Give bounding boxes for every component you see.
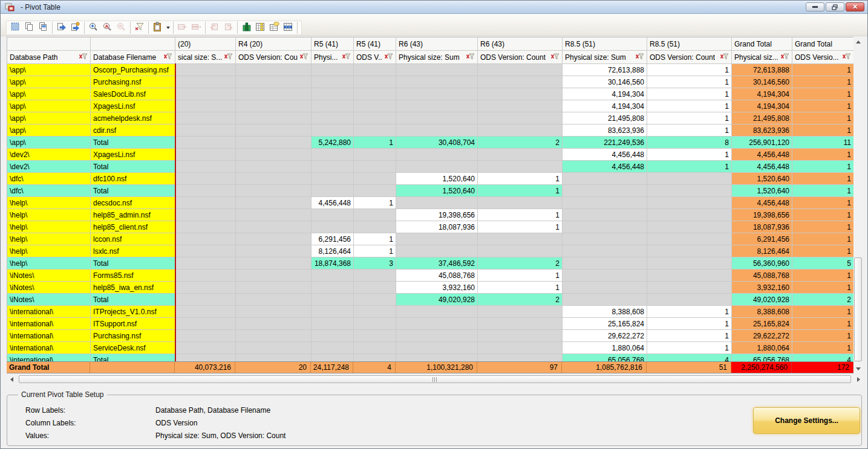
cell-value[interactable] — [396, 354, 478, 362]
column-header-filename[interactable]: Database Filename — [91, 51, 175, 64]
cell-value[interactable] — [354, 318, 396, 330]
close-button[interactable]: ✕ — [846, 2, 864, 11]
cell-value[interactable] — [175, 185, 236, 197]
cell-value[interactable] — [312, 221, 354, 233]
zoom-in-button[interactable] — [86, 21, 100, 34]
column-header-r5_count[interactable]: ODS V... — [354, 51, 396, 64]
cell-database-filename[interactable]: Total — [91, 161, 175, 173]
column-header-r4_count[interactable]: ODS Version: Cou... — [236, 51, 312, 64]
cell-value[interactable]: 1 — [647, 330, 732, 342]
cell-value[interactable]: 1 — [792, 185, 854, 197]
cell-database-filename[interactable]: Purchasing.nsf — [91, 76, 175, 88]
cell-value[interactable]: 4,194,304 — [563, 88, 647, 100]
cell-value[interactable]: 1 — [792, 318, 854, 330]
cell-value[interactable]: 4 — [792, 354, 854, 362]
cell-database-path[interactable]: \international\ — [7, 354, 91, 362]
cell-value[interactable]: 1 — [478, 173, 563, 185]
grand-total-cell[interactable]: 24,117,248 — [311, 362, 353, 373]
cell-value[interactable] — [236, 161, 312, 173]
cell-value[interactable]: 8,126,464 — [312, 245, 354, 257]
clear-filter-icon[interactable] — [79, 53, 88, 62]
cell-value[interactable] — [175, 342, 236, 354]
cell-value[interactable] — [175, 88, 236, 100]
cell-value[interactable] — [478, 76, 563, 88]
cell-value[interactable] — [236, 342, 312, 354]
cell-value[interactable] — [478, 330, 563, 342]
cell-value[interactable] — [478, 245, 563, 257]
cell-database-path[interactable]: \international\ — [7, 342, 91, 354]
cell-database-filename[interactable]: SalesDocLib.nsf — [91, 88, 175, 100]
cell-value[interactable]: 1 — [647, 100, 732, 112]
cell-value[interactable] — [312, 88, 354, 100]
cell-database-path[interactable]: \help\ — [7, 245, 91, 257]
cell-value[interactable] — [396, 342, 478, 354]
maximize-button[interactable] — [826, 2, 844, 11]
cell-database-path[interactable]: \iNotes\ — [7, 294, 91, 306]
export-button[interactable] — [54, 21, 68, 34]
cell-value[interactable] — [647, 257, 732, 270]
cell-value[interactable] — [236, 100, 312, 112]
column-header-path[interactable]: Database Path — [7, 51, 91, 64]
cell-database-path[interactable]: \dev2\ — [7, 161, 91, 173]
cell-value[interactable] — [478, 233, 563, 245]
horizontal-scrollbar[interactable] — [7, 375, 863, 384]
cell-value[interactable] — [312, 209, 354, 221]
cell-value[interactable]: 18,087,936 — [732, 221, 792, 233]
cell-value[interactable] — [396, 197, 478, 209]
cell-value[interactable] — [354, 173, 396, 185]
cell-value[interactable] — [175, 257, 236, 270]
cell-value[interactable] — [312, 161, 354, 173]
clear-filter-icon[interactable] — [224, 53, 233, 62]
cell-value[interactable] — [396, 245, 478, 257]
clear-filter-icon[interactable] — [299, 53, 308, 62]
cell-value[interactable]: 4,456,448 — [563, 149, 647, 161]
cell-value[interactable] — [236, 354, 312, 362]
clear-filter-icon[interactable] — [384, 53, 393, 62]
cell-value[interactable] — [236, 270, 312, 282]
cell-value[interactable]: 1 — [478, 270, 563, 282]
clear-filter-icon[interactable] — [780, 53, 789, 62]
cell-value[interactable] — [563, 173, 647, 185]
cell-value[interactable] — [175, 161, 236, 173]
cell-value[interactable]: 65,056,768 — [563, 354, 647, 362]
cell-value[interactable] — [354, 282, 396, 294]
cell-value[interactable] — [354, 64, 396, 76]
cell-value[interactable]: 1 — [792, 209, 854, 221]
cell-value[interactable] — [312, 318, 354, 330]
cell-value[interactable] — [647, 197, 732, 209]
cell-value[interactable] — [312, 173, 354, 185]
cell-value[interactable] — [396, 149, 478, 161]
clear-filter-icon[interactable] — [163, 53, 172, 62]
cell-value[interactable]: 4,456,448 — [312, 197, 354, 209]
clear-filter-icon[interactable] — [720, 53, 729, 62]
cell-value[interactable]: 1 — [647, 112, 732, 124]
cell-value[interactable]: 3,932,160 — [396, 282, 478, 294]
cell-database-path[interactable]: \iNotes\ — [7, 270, 91, 282]
cell-value[interactable]: 2 — [792, 294, 854, 306]
cell-value[interactable] — [175, 318, 236, 330]
cell-value[interactable] — [647, 294, 732, 306]
cell-database-path[interactable]: \dfc\ — [7, 173, 91, 185]
cell-value[interactable]: 49,020,928 — [396, 294, 478, 306]
cell-value[interactable]: 56,360,960 — [732, 257, 792, 270]
cell-value[interactable] — [175, 137, 236, 149]
cell-database-path[interactable]: \international\ — [7, 306, 91, 318]
cell-value[interactable] — [175, 306, 236, 318]
cell-value[interactable]: 5 — [792, 257, 854, 270]
cell-database-filename[interactable]: help85_client.nsf — [91, 221, 175, 233]
cell-value[interactable] — [312, 64, 354, 76]
cell-value[interactable]: 1 — [647, 318, 732, 330]
column-header-r6_size[interactable]: Physical size: Sum — [396, 51, 478, 64]
cell-value[interactable]: 72,613,888 — [563, 64, 647, 76]
cell-value[interactable]: 1 — [792, 270, 854, 282]
clear-filter-icon[interactable] — [466, 53, 475, 62]
cell-value[interactable]: 1 — [647, 306, 732, 318]
cell-value[interactable]: 1 — [647, 124, 732, 137]
cell-value[interactable] — [396, 88, 478, 100]
cell-value[interactable] — [175, 221, 236, 233]
cell-value[interactable]: 8,388,608 — [732, 306, 792, 318]
cell-value[interactable] — [563, 221, 647, 233]
cell-database-filename[interactable]: ITSupport.nsf — [91, 318, 175, 330]
cell-value[interactable]: 1 — [647, 76, 732, 88]
cell-value[interactable] — [175, 124, 236, 137]
